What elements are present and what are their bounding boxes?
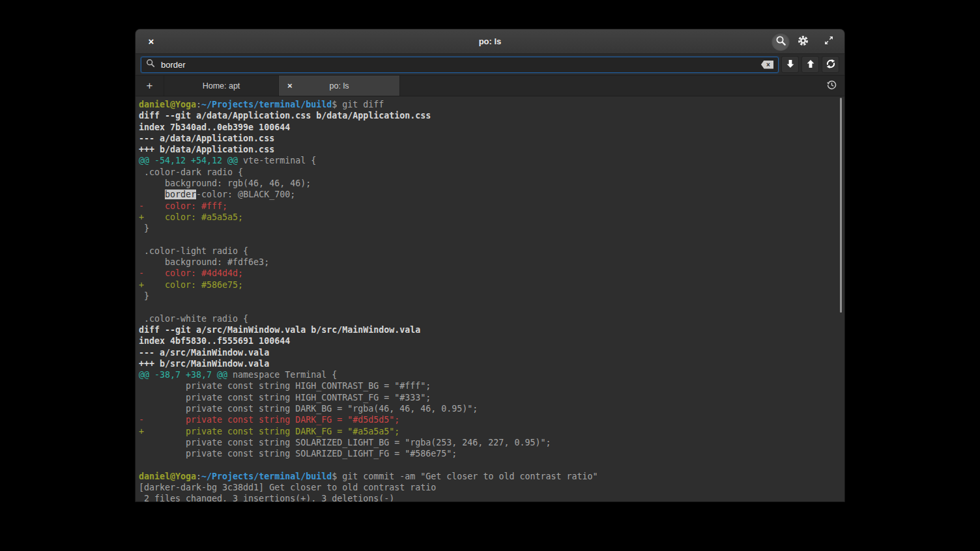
titlebar-actions	[771, 33, 844, 51]
close-icon: ×	[287, 81, 293, 91]
tab-close-button[interactable]: ×	[287, 81, 293, 90]
terminal-line: +++ b/data/Application.css	[139, 144, 841, 155]
arrow-up-icon	[806, 59, 815, 70]
terminal-line	[139, 302, 841, 313]
terminal-line: index 7b340ad..0eb399e 100644	[139, 122, 841, 133]
terminal-line: diff --git a/src/MainWindow.vala b/src/M…	[139, 324, 841, 335]
wrap-around-icon	[826, 59, 836, 71]
terminal-line: private const string SOLARIZED_LIGHT_BG …	[139, 437, 841, 448]
search-toggle-button[interactable]	[771, 33, 790, 51]
terminal-line: private const string DARK_BG = "rgba(46,…	[139, 403, 841, 414]
terminal-line: daniel@Yoga:~/Projects/terminal/build$ g…	[139, 99, 841, 110]
terminal-line: .color-dark radio {	[139, 167, 841, 178]
terminal-line: background: #fdf6e3;	[139, 257, 841, 268]
terminal-line: daniel@Yoga:~/Projects/terminal/build$ g…	[139, 471, 841, 482]
search-field[interactable]: ×	[141, 57, 779, 73]
terminal-line: border-color: @BLACK_700;	[139, 189, 841, 200]
desktop-background: × po: ls	[0, 0, 980, 551]
fullscreen-button[interactable]	[820, 33, 838, 51]
terminal-window: × po: ls	[136, 29, 844, 502]
terminal-line: .color-light radio {	[139, 246, 841, 257]
gear-icon	[797, 35, 809, 49]
arrow-down-icon	[786, 59, 795, 70]
terminal-line: @@ -38,7 +38,7 @@ namespace Terminal {	[139, 369, 841, 380]
terminal-line: --- a/src/MainWindow.vala	[139, 347, 841, 358]
history-icon	[826, 79, 837, 92]
tab-home-apt[interactable]: Home: apt	[164, 76, 279, 96]
terminal-line: @@ -54,12 +54,12 @@ vte-terminal {	[139, 155, 841, 166]
terminal-line: + color: #586e75;	[139, 279, 841, 290]
tab-bar: + Home: apt × po: ls	[136, 76, 844, 96]
tab-po-ls[interactable]: × po: ls	[279, 76, 400, 96]
terminal-line: + private const string DARK_FG = "#a5a5a…	[139, 426, 841, 437]
search-prev-button[interactable]	[801, 56, 819, 73]
search-icon	[146, 59, 155, 70]
window-title: po: ls	[136, 36, 844, 46]
terminal-line: - private const string DARK_FG = "#d5d5d…	[139, 414, 841, 425]
terminal-line: private const string SOLARIZED_LIGHT_FG …	[139, 448, 841, 459]
fullscreen-expand-icon	[824, 35, 834, 48]
tab-label: Home: apt	[203, 81, 240, 91]
terminal-line: diff --git a/data/Application.css b/data…	[139, 110, 841, 121]
terminal-line: [darker-dark-bg 3c38dd1] Get closer to o…	[139, 482, 841, 493]
terminal-line: 2 files changed, 3 insertions(+), 3 dele…	[139, 493, 841, 502]
terminal-line: private const string HIGH_CONTRAST_FG = …	[139, 392, 841, 403]
terminal-line	[139, 460, 841, 471]
search-input[interactable]	[160, 59, 761, 70]
terminal-line: - color: #4d4d4d;	[139, 268, 841, 279]
titlebar: × po: ls	[136, 29, 844, 54]
window-close-button[interactable]: ×	[143, 34, 159, 49]
new-tab-button[interactable]: +	[136, 76, 164, 96]
terminal-output[interactable]: daniel@Yoga:~/Projects/terminal/build$ g…	[136, 96, 844, 502]
search-next-button[interactable]	[781, 56, 799, 73]
terminal-line: }	[139, 290, 841, 302]
terminal-line: .color-white radio {	[139, 313, 841, 324]
terminal-line: + color: #a5a5a5;	[139, 212, 841, 223]
clear-search-icon[interactable]: ×	[761, 61, 773, 69]
tab-label: po: ls	[330, 81, 349, 91]
search-bar: ×	[136, 54, 844, 76]
history-button[interactable]	[823, 78, 840, 94]
terminal-line: - color: #fff;	[139, 201, 841, 212]
terminal-line: --- a/data/Application.css	[139, 133, 841, 144]
terminal-line: private const string HIGH_CONTRAST_BG = …	[139, 380, 841, 391]
search-icon	[775, 35, 786, 48]
terminal-line: background: rgb(46, 46, 46);	[139, 178, 841, 189]
search-wrap-button[interactable]	[822, 56, 839, 73]
plus-icon: +	[147, 79, 153, 92]
scrollbar[interactable]	[840, 98, 842, 313]
settings-button[interactable]	[794, 33, 812, 51]
terminal-line	[139, 234, 841, 246]
terminal-line: }	[139, 223, 841, 234]
terminal-line: index 4bf5830..f555691 100644	[139, 335, 841, 346]
terminal-line: +++ b/src/MainWindow.vala	[139, 358, 841, 369]
